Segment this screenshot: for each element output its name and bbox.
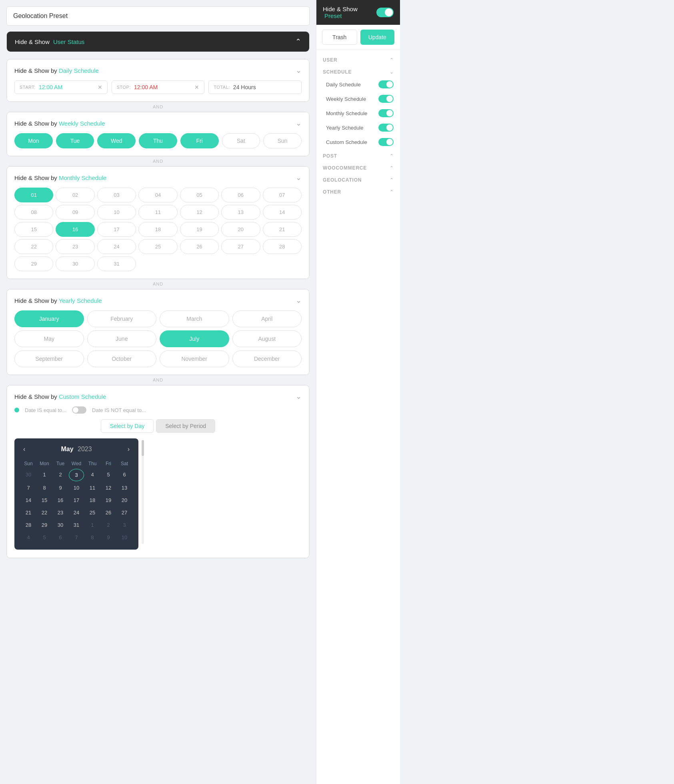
month-btn-june[interactable]: June: [87, 330, 157, 347]
cal-day-cell[interactable]: 20: [117, 494, 132, 506]
date-btn-23[interactable]: 23: [56, 239, 94, 254]
scrollbar[interactable]: [142, 438, 144, 550]
date-btn-15[interactable]: 15: [14, 222, 53, 237]
day-btn-fri[interactable]: Fri: [180, 133, 219, 148]
select-by-period-tab[interactable]: Select by Period: [156, 419, 215, 433]
date-btn-29[interactable]: 29: [14, 256, 53, 271]
cal-day-cell[interactable]: 30: [53, 519, 68, 531]
cal-day-cell[interactable]: 28: [21, 519, 36, 531]
date-btn-05[interactable]: 05: [180, 188, 219, 202]
date-btn-10[interactable]: 10: [97, 205, 136, 220]
date-btn-11[interactable]: 11: [138, 205, 177, 220]
date-btn-16[interactable]: 16: [56, 222, 94, 237]
month-btn-december[interactable]: December: [232, 350, 302, 367]
cal-day-cell[interactable]: 11: [85, 482, 100, 494]
date-btn-02[interactable]: 02: [56, 188, 94, 202]
date-btn-12[interactable]: 12: [180, 205, 219, 220]
cal-day-cell[interactable]: 21: [21, 507, 36, 518]
cal-day-cell[interactable]: 8: [37, 482, 52, 494]
date-btn-13[interactable]: 13: [221, 205, 260, 220]
cal-day-cell[interactable]: 23: [53, 507, 68, 518]
date-btn-18[interactable]: 18: [138, 222, 177, 237]
cal-day-cell[interactable]: 18: [85, 494, 100, 506]
nav-item-toggle[interactable]: [378, 109, 394, 117]
date-btn-04[interactable]: 04: [138, 188, 177, 202]
date-btn-19[interactable]: 19: [180, 222, 219, 237]
month-btn-january[interactable]: January: [14, 310, 84, 327]
date-btn-20[interactable]: 20: [221, 222, 260, 237]
date-btn-21[interactable]: 21: [263, 222, 302, 237]
cal-day-cell[interactable]: 7: [69, 532, 84, 543]
nav-item-toggle[interactable]: [378, 95, 394, 103]
cal-prev-btn[interactable]: ‹: [21, 445, 28, 454]
day-btn-thu[interactable]: Thu: [139, 133, 177, 148]
month-btn-september[interactable]: September: [14, 350, 84, 367]
user-status-chevron[interactable]: ⌃: [295, 37, 301, 46]
custom-schedule-chevron[interactable]: ⌄: [296, 392, 302, 401]
day-btn-mon[interactable]: Mon: [14, 133, 53, 148]
nav-item-toggle[interactable]: [378, 80, 394, 88]
nav-item-toggle[interactable]: [378, 138, 394, 146]
cal-day-cell[interactable]: 10: [117, 532, 132, 543]
day-btn-tue[interactable]: Tue: [56, 133, 94, 148]
cal-day-cell[interactable]: 3: [69, 469, 84, 481]
cal-day-cell[interactable]: 7: [21, 482, 36, 494]
select-by-day-tab[interactable]: Select by Day: [101, 419, 154, 433]
month-btn-april[interactable]: April: [232, 310, 302, 327]
nav-item-toggle[interactable]: [378, 124, 394, 132]
date-btn-27[interactable]: 27: [221, 239, 260, 254]
date-btn-01[interactable]: 01: [14, 188, 53, 202]
nav-user-header[interactable]: USER ⌃: [316, 53, 400, 65]
cal-day-cell[interactable]: 9: [101, 532, 116, 543]
cal-day-cell[interactable]: 1: [37, 469, 52, 481]
nav-geo-header[interactable]: GEOLOCATION ⌃: [316, 173, 400, 185]
cal-day-cell[interactable]: 10: [69, 482, 84, 494]
cal-day-cell[interactable]: 4: [85, 469, 100, 481]
trash-button[interactable]: Trash: [322, 30, 357, 45]
cal-day-cell[interactable]: 8: [85, 532, 100, 543]
cal-day-cell[interactable]: 16: [53, 494, 68, 506]
cal-day-cell[interactable]: 19: [101, 494, 116, 506]
cal-day-cell[interactable]: 17: [69, 494, 84, 506]
cal-day-cell[interactable]: 14: [21, 494, 36, 506]
cal-day-cell[interactable]: 6: [117, 469, 132, 481]
day-btn-sun[interactable]: Sun: [263, 133, 302, 148]
date-btn-14[interactable]: 14: [263, 205, 302, 220]
cal-day-cell[interactable]: 2: [101, 519, 116, 531]
preset-title-input[interactable]: [6, 6, 310, 26]
cal-day-cell[interactable]: 5: [37, 532, 52, 543]
stop-time-field[interactable]: STOP: 12:00 AM ✕: [112, 80, 205, 94]
right-preset-toggle[interactable]: [376, 8, 394, 17]
stop-clear-btn[interactable]: ✕: [194, 84, 199, 90]
nav-woo-header[interactable]: WOOCOMMERCE ⌃: [316, 161, 400, 173]
start-time-field[interactable]: START: 12:00 AM ✕: [14, 80, 108, 94]
date-btn-03[interactable]: 03: [97, 188, 136, 202]
cal-day-cell[interactable]: 9: [53, 482, 68, 494]
date-btn-26[interactable]: 26: [180, 239, 219, 254]
date-btn-30[interactable]: 30: [56, 256, 94, 271]
monthly-schedule-chevron[interactable]: ⌄: [296, 173, 302, 182]
nav-other-header[interactable]: OTHER ⌃: [316, 185, 400, 197]
date-btn-08[interactable]: 08: [14, 205, 53, 220]
cal-day-cell[interactable]: 6: [53, 532, 68, 543]
date-btn-31[interactable]: 31: [97, 256, 136, 271]
nav-post-header[interactable]: POST ⌃: [316, 149, 400, 161]
cal-day-cell[interactable]: 15: [37, 494, 52, 506]
month-btn-march[interactable]: March: [160, 310, 229, 327]
cal-day-cell[interactable]: 5: [101, 469, 116, 481]
daily-schedule-chevron[interactable]: ⌄: [296, 66, 302, 75]
cal-day-cell[interactable]: 1: [85, 519, 100, 531]
month-btn-may[interactable]: May: [14, 330, 84, 347]
cal-day-cell[interactable]: 2: [53, 469, 68, 481]
date-btn-25[interactable]: 25: [138, 239, 177, 254]
cal-day-cell[interactable]: 4: [21, 532, 36, 543]
month-btn-july[interactable]: July: [160, 330, 229, 347]
user-status-header[interactable]: Hide & Show User Status ⌃: [7, 32, 309, 52]
cal-day-cell[interactable]: 31: [69, 519, 84, 531]
month-btn-october[interactable]: October: [87, 350, 157, 367]
date-btn-07[interactable]: 07: [263, 188, 302, 202]
cal-day-cell[interactable]: 29: [37, 519, 52, 531]
date-btn-06[interactable]: 06: [221, 188, 260, 202]
cal-day-cell[interactable]: 12: [101, 482, 116, 494]
day-btn-sat[interactable]: Sat: [222, 133, 260, 148]
